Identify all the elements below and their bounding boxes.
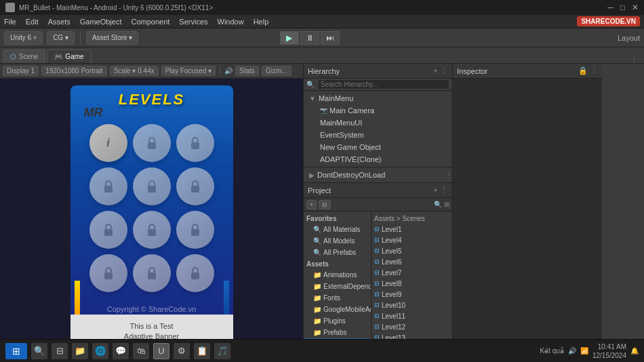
hier-item-mainmenu[interactable]: ▼ MainMenu <box>304 92 452 104</box>
level-btn-9[interactable] <box>176 211 214 249</box>
start-button[interactable]: ⊞ <box>5 343 27 359</box>
asset-level1[interactable]: ⊟ Level1 <box>371 224 452 235</box>
resolution-btn[interactable]: 1920x1080 Portrait <box>41 66 107 76</box>
window-controls[interactable]: ─ □ ✕ <box>607 3 639 12</box>
taskbar-app2-btn[interactable]: 📋 <box>194 343 210 359</box>
asset-level6[interactable]: ⊟ Level6 <box>371 256 452 267</box>
gizmos-btn[interactable]: Gizm... <box>262 66 291 76</box>
lock-icon-8 <box>146 223 158 237</box>
stats-btn[interactable]: Stats <box>235 66 259 76</box>
menu-window[interactable]: Window <box>218 18 244 26</box>
folder-animations[interactable]: 📁 Animations <box>304 269 371 281</box>
inspector-more-btn[interactable]: ⋮ <box>590 66 598 75</box>
system-tray: Kết quả 🔊 📶 10:41 AM 12/15/2024 🔔 <box>540 342 639 360</box>
toolbar-sep-1 <box>80 32 81 44</box>
unity-version-btn[interactable]: Unity 6 ▾ <box>4 31 43 45</box>
asset-level10[interactable]: ⊟ Level10 <box>371 300 452 310</box>
mute-icon[interactable]: 🔊 <box>224 67 233 75</box>
inspector-lock-btn[interactable]: 🔒 <box>578 66 588 75</box>
asset-level11[interactable]: ⊟ Level11 <box>371 310 452 321</box>
taskbar-app3-btn[interactable]: 🎵 <box>214 343 230 359</box>
folder-plugins[interactable]: 📁 Plugins <box>304 315 371 327</box>
display-btn[interactable]: Display 1 <box>3 66 39 76</box>
game-canvas: LEVELS MR i <box>0 79 303 348</box>
menu-services[interactable]: Services <box>179 18 207 26</box>
hier-item-dontdestroy[interactable]: ▶ DontDestroyOnLoad ⋮ <box>304 169 452 181</box>
level-btn-8[interactable] <box>133 211 171 249</box>
scale-btn[interactable]: Scale ▾ 0.44x <box>110 66 159 76</box>
hierarchy-search-input[interactable] <box>317 79 449 89</box>
taskbar-edge-btn[interactable]: 🌐 <box>92 343 108 359</box>
folder-googlemobileads[interactable]: 📁 GoogleMobileAds <box>304 304 371 315</box>
level-btn-3[interactable] <box>176 124 214 162</box>
hier-item-adaptive[interactable]: ADAPTIVE(Clone) <box>304 153 452 165</box>
asset-level5[interactable]: ⊟ Level5 <box>371 245 452 256</box>
hier-item-mainmenuui[interactable]: MainMenuUI <box>304 117 452 129</box>
network-icon[interactable]: 📶 <box>580 347 588 355</box>
asset-level8[interactable]: ⊟ Level8 <box>371 278 452 289</box>
folder-all-prefabs[interactable]: 🔍 All Prefabs <box>304 247 371 258</box>
level-btn-10[interactable] <box>89 254 127 292</box>
dontdestroy-more-btn[interactable]: ⋮ <box>445 172 452 179</box>
taskbar-taskview-btn[interactable]: ⊟ <box>52 343 68 359</box>
hier-item-maincamera[interactable]: 📷 Main Camera <box>304 104 452 117</box>
tab-scene[interactable]: ⬡ Scene <box>3 49 45 63</box>
project-filter-btn[interactable]: ⊟ <box>319 200 331 209</box>
folder-all-materials[interactable]: 🔍 All Materials <box>304 224 371 235</box>
folder-all-models[interactable]: 🔍 All Models <box>304 235 371 247</box>
inspector-header: Inspector 🔒 ⋮ <box>453 64 602 79</box>
step-button[interactable]: ⏭ <box>321 31 340 45</box>
asset-level4[interactable]: ⊟ Level4 <box>371 235 452 245</box>
project-add-small-btn[interactable]: + <box>306 200 317 209</box>
cg-btn[interactable]: CG ▾ <box>47 31 75 45</box>
menu-help[interactable]: Help <box>254 18 269 26</box>
folder-fonts[interactable]: 📁 Fonts <box>304 292 371 304</box>
play-button[interactable]: ▶ <box>280 31 299 45</box>
app-icon <box>5 3 15 12</box>
asset-level7[interactable]: ⊟ Level7 <box>371 267 452 278</box>
menu-component[interactable]: Component <box>131 18 169 26</box>
level-btn-1[interactable]: i <box>89 124 127 162</box>
taskbar-app1-btn[interactable]: ⚙ <box>174 343 190 359</box>
taskbar-explorer-btn[interactable]: 📁 <box>72 343 88 359</box>
level-btn-5[interactable] <box>133 167 171 205</box>
level-btn-4[interactable] <box>89 167 127 205</box>
project-add-btn[interactable]: + <box>434 186 438 195</box>
level-btn-2[interactable] <box>133 124 171 162</box>
tab-game[interactable]: 🎮 Game <box>47 49 91 63</box>
taskbar-search-btn[interactable]: 🔍 <box>31 343 47 359</box>
project-view-btn[interactable]: ⊞ <box>444 201 449 208</box>
level-btn-12[interactable] <box>176 254 214 292</box>
project-search-icon[interactable]: 🔍 <box>434 201 442 208</box>
menu-edit[interactable]: Edit <box>26 18 39 26</box>
play-focused-btn[interactable]: Play Focused ▾ <box>161 66 216 76</box>
taskbar-store-btn[interactable]: 🛍 <box>133 343 149 359</box>
maximize-btn[interactable]: □ <box>620 3 625 12</box>
lock-icon-9 <box>189 223 201 237</box>
inspector-content <box>453 79 602 362</box>
level-btn-11[interactable] <box>133 254 171 292</box>
taskbar-unity-btn[interactable]: U <box>153 343 169 359</box>
menu-assets[interactable]: Assets <box>48 18 71 26</box>
hier-item-newgameobj[interactable]: New Game Object <box>304 141 452 153</box>
level-btn-6[interactable] <box>176 167 214 205</box>
scene-more-btn[interactable]: ⋮ <box>630 56 641 63</box>
folder-externaldep[interactable]: 📁 ExternalDependencyMa... <box>304 281 371 292</box>
menu-gameobject[interactable]: GameObject <box>80 18 122 26</box>
project-more-btn[interactable]: ⋮ <box>441 186 448 195</box>
menu-file[interactable]: File <box>4 18 16 26</box>
notification-icon[interactable]: 🔔 <box>630 347 639 355</box>
level-btn-7[interactable] <box>89 211 127 249</box>
minimize-btn[interactable]: ─ <box>607 3 613 12</box>
volume-icon[interactable]: 🔊 <box>568 347 576 355</box>
asset-level12[interactable]: ⊟ Level12 <box>371 321 452 332</box>
close-btn[interactable]: ✕ <box>632 3 639 12</box>
hierarchy-add-btn[interactable]: + <box>434 66 438 75</box>
folder-prefabs[interactable]: 📁 Prefabs <box>304 327 371 338</box>
taskbar-chat-btn[interactable]: 💬 <box>113 343 129 359</box>
asset-level9[interactable]: ⊟ Level9 <box>371 289 452 300</box>
asset-store-btn[interactable]: Asset Store ▾ <box>86 31 138 45</box>
pause-button[interactable]: ⏸ <box>300 31 319 45</box>
hierarchy-more-btn[interactable]: ⋮ <box>441 66 448 75</box>
hier-item-eventsystem[interactable]: EventSystem <box>304 129 452 141</box>
